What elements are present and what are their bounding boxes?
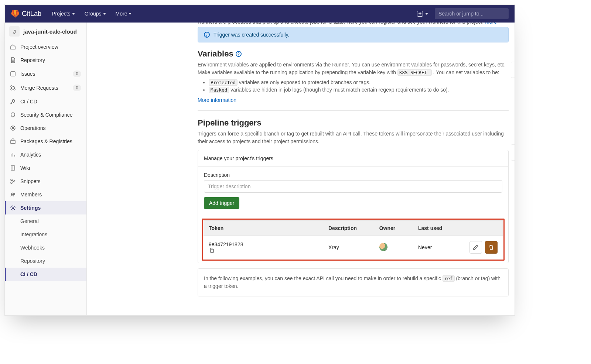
sidebar-item-project-overview[interactable]: Project overview bbox=[5, 40, 86, 54]
manage-triggers-panel: Manage your project's triggers Descripti… bbox=[198, 150, 509, 263]
section-divider bbox=[198, 110, 509, 111]
runners-description: Runners are processes that pick up and e… bbox=[198, 23, 509, 25]
svg-rect-13 bbox=[211, 249, 213, 253]
th-token: Token bbox=[204, 221, 323, 236]
sidebar-item-merge-requests[interactable]: Merge Requests 0 bbox=[5, 81, 86, 95]
operations-icon bbox=[10, 125, 16, 131]
sidebar-item-settings[interactable]: Settings bbox=[5, 201, 86, 214]
sidebar-item-packages[interactable]: Packages & Registries bbox=[5, 135, 86, 148]
trigger-description-input[interactable] bbox=[204, 180, 502, 193]
chevron-down-icon bbox=[425, 13, 428, 15]
add-trigger-button[interactable]: Add trigger bbox=[204, 197, 239, 209]
sidebar-item-security[interactable]: Security & Compliance bbox=[5, 108, 86, 121]
triggers-table: Token Description Owner Last used bbox=[204, 220, 503, 259]
edit-trigger-button[interactable] bbox=[469, 241, 482, 254]
trash-icon bbox=[488, 244, 494, 250]
chevron-down-icon bbox=[72, 13, 75, 15]
token-value: 9e3472191828 bbox=[209, 241, 243, 247]
project-name: java-junit-calc-cloud bbox=[23, 28, 77, 35]
description-label: Description bbox=[204, 172, 502, 178]
issues-icon bbox=[10, 71, 16, 77]
search-input[interactable] bbox=[438, 11, 505, 17]
trigger-description-cell: Xray bbox=[323, 236, 374, 259]
settings-sub-webhooks[interactable]: Webhooks bbox=[5, 241, 86, 254]
th-last-used: Last used bbox=[413, 221, 464, 236]
brand-logo[interactable]: GitLab bbox=[11, 9, 41, 18]
file-icon bbox=[10, 57, 16, 63]
section-expand-toggle[interactable] bbox=[511, 62, 515, 78]
nav-groups[interactable]: Groups bbox=[80, 5, 110, 23]
chevron-down-icon bbox=[129, 13, 131, 15]
svg-point-5 bbox=[12, 127, 14, 129]
svg-point-8 bbox=[11, 182, 12, 183]
top-navbar: GitLab Projects Groups More bbox=[5, 5, 515, 23]
help-icon[interactable]: ? bbox=[236, 51, 242, 57]
project-avatar: J bbox=[9, 26, 20, 37]
create-new-dropdown[interactable] bbox=[415, 9, 430, 18]
settings-sub-integrations[interactable]: Integrations bbox=[5, 228, 86, 241]
triggers-description: Triggers can force a specific branch or … bbox=[198, 130, 509, 145]
last-used-cell: Never bbox=[413, 236, 464, 259]
runners-more-link[interactable]: More bbox=[485, 23, 497, 25]
svg-point-11 bbox=[13, 193, 15, 195]
svg-point-2 bbox=[11, 89, 12, 90]
plus-icon bbox=[417, 11, 423, 17]
trigger-row: 9e3472191828 Xray bbox=[204, 236, 503, 259]
content-area: Runners are processes that pick up and e… bbox=[87, 23, 515, 315]
sidebar-item-ci-cd[interactable]: CI / CD bbox=[5, 95, 86, 108]
members-icon bbox=[10, 192, 16, 198]
global-search[interactable] bbox=[435, 8, 509, 19]
sidebar-item-snippets[interactable]: Snippets bbox=[5, 175, 86, 188]
issues-count: 0 bbox=[73, 71, 81, 77]
triggers-usage-note: In the following examples, you can see t… bbox=[198, 268, 509, 296]
project-header[interactable]: J java-junit-calc-cloud bbox=[5, 23, 86, 40]
section-expand-toggle[interactable] bbox=[511, 144, 515, 161]
svg-rect-0 bbox=[11, 72, 15, 76]
settings-sub-ci-cd[interactable]: CI / CD bbox=[5, 268, 86, 281]
variables-description: Environment variables are applied to env… bbox=[198, 61, 509, 76]
banner-text: Trigger was created successfully. bbox=[213, 32, 289, 38]
svg-rect-6 bbox=[11, 140, 15, 144]
svg-point-3 bbox=[14, 89, 15, 90]
gear-icon bbox=[10, 205, 16, 211]
triggers-title: Pipeline triggers bbox=[198, 118, 509, 128]
sidebar-item-wiki[interactable]: Wiki bbox=[5, 161, 86, 175]
svg-point-12 bbox=[12, 207, 14, 209]
mr-count: 0 bbox=[73, 85, 81, 91]
merge-icon bbox=[10, 85, 16, 91]
triggers-table-highlight: Token Description Owner Last used bbox=[202, 219, 505, 261]
sidebar-item-analytics[interactable]: Analytics bbox=[5, 148, 86, 161]
sidebar-item-members[interactable]: Members bbox=[5, 188, 86, 201]
chart-icon bbox=[10, 152, 16, 158]
settings-sub-repository[interactable]: Repository bbox=[5, 254, 86, 268]
copy-token-icon[interactable] bbox=[209, 247, 318, 253]
th-owner: Owner bbox=[374, 221, 413, 236]
rocket-icon bbox=[10, 99, 16, 104]
settings-sub-general[interactable]: General bbox=[5, 214, 86, 228]
nav-more[interactable]: More bbox=[111, 5, 136, 23]
project-sidebar: J java-junit-calc-cloud Project overview… bbox=[5, 23, 87, 315]
svg-point-10 bbox=[11, 193, 13, 195]
package-icon bbox=[10, 138, 16, 144]
nav-projects[interactable]: Projects bbox=[47, 5, 79, 23]
home-icon bbox=[10, 44, 16, 50]
sidebar-item-repository[interactable]: Repository bbox=[5, 54, 86, 67]
shield-icon bbox=[10, 112, 16, 118]
info-icon bbox=[204, 32, 210, 38]
variables-title: Variables ? bbox=[198, 49, 509, 59]
th-description: Description bbox=[323, 221, 374, 236]
book-icon bbox=[10, 165, 16, 171]
sidebar-item-operations[interactable]: Operations bbox=[5, 121, 86, 135]
sidebar-item-issues[interactable]: Issues 0 bbox=[5, 67, 86, 81]
brand-text: GitLab bbox=[22, 10, 41, 18]
svg-point-1 bbox=[11, 86, 12, 87]
panel-header: Manage your project's triggers bbox=[198, 150, 508, 167]
scissors-icon bbox=[10, 178, 16, 184]
success-banner: Trigger was created successfully. bbox=[198, 27, 509, 42]
pencil-icon bbox=[473, 244, 479, 250]
owner-avatar[interactable] bbox=[379, 243, 387, 251]
gitlab-icon bbox=[11, 9, 20, 18]
variables-more-info-link[interactable]: More information bbox=[198, 97, 236, 103]
delete-trigger-button[interactable] bbox=[485, 241, 498, 254]
th-actions bbox=[464, 221, 503, 236]
